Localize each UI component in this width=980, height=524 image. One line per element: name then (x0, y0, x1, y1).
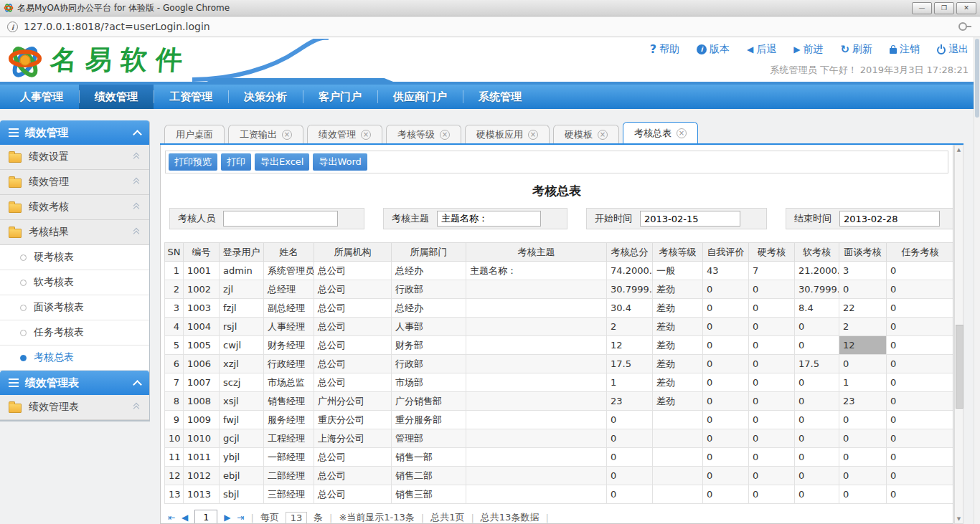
table-cell[interactable] (466, 429, 607, 448)
table-cell[interactable]: 广州分公司 (314, 392, 392, 411)
table-cell[interactable]: 1 (607, 373, 653, 392)
table-cell[interactable]: 9 (165, 411, 184, 429)
table-cell[interactable]: 总公司 (314, 262, 392, 280)
table-cell[interactable]: 1 (165, 262, 184, 280)
table-cell[interactable]: 0 (839, 448, 887, 467)
close-icon[interactable]: × (598, 130, 608, 140)
table-cell[interactable]: fzjl (220, 299, 264, 318)
table-cell[interactable]: 23 (839, 392, 887, 411)
table-cell[interactable]: cwjl (220, 336, 264, 355)
table-row[interactable]: 121012ebjl二部经理总公司销售二部000000 (165, 467, 954, 485)
table-cell[interactable]: 10 (165, 429, 184, 448)
table-cell[interactable]: 7 (749, 262, 795, 280)
selected-cell[interactable]: 12 (839, 336, 887, 355)
table-row[interactable]: 101010gcjl工程经理上海分公司管理部000000 (165, 429, 954, 448)
table-cell[interactable] (466, 467, 607, 485)
table-row[interactable]: 31003fzjl副总经理总公司总经办30.4差劲008.4220 (165, 299, 954, 318)
table-cell[interactable]: 0 (749, 299, 795, 318)
table-cell[interactable]: 差劲 (653, 318, 703, 336)
table-cell[interactable]: 总公司 (314, 336, 392, 355)
table-cell[interactable]: 差劲 (653, 336, 703, 355)
export-word-button[interactable]: 导出Word (313, 153, 367, 171)
table-cell[interactable]: 广分销售部 (392, 392, 466, 411)
sidebar-item-interview-assess-table[interactable]: 面谈考核表 (0, 295, 149, 320)
table-cell[interactable]: 1006 (184, 355, 220, 373)
window-scrollbar-thumb[interactable] (975, 39, 979, 118)
table-cell[interactable]: 2 (165, 280, 184, 299)
table-cell[interactable]: 差劲 (653, 392, 703, 411)
table-cell[interactable]: 人事部 (392, 318, 466, 336)
close-icon[interactable]: × (282, 130, 292, 140)
first-page-icon[interactable]: ⇤ (168, 513, 175, 523)
table-cell[interactable]: 行政经理 (264, 355, 314, 373)
table-cell[interactable]: 总公司 (314, 355, 392, 373)
table-cell[interactable]: ebjl (220, 467, 264, 485)
table-cell[interactable]: sczj (220, 373, 264, 392)
page-number-input[interactable] (194, 510, 217, 524)
table-cell[interactable]: 总公司 (314, 280, 392, 299)
table-cell[interactable]: 7 (165, 373, 184, 392)
table-cell[interactable]: 6 (165, 355, 184, 373)
table-row[interactable]: 131013sbjl三部经理总公司销售三部000000 (165, 485, 954, 504)
table-cell[interactable]: 0 (887, 429, 954, 448)
table-cell[interactable]: 30.7999... (795, 280, 839, 299)
table-cell[interactable]: 30.4 (607, 299, 653, 318)
table-cell[interactable]: 1 (839, 373, 887, 392)
table-cell[interactable]: 0 (887, 336, 954, 355)
sidebar-item-performance-manage[interactable]: 绩效管理 (0, 170, 149, 195)
table-cell[interactable]: 差劲 (653, 373, 703, 392)
table-cell[interactable]: 0 (839, 429, 887, 448)
table-cell[interactable]: 0 (749, 355, 795, 373)
table-cell[interactable] (653, 485, 703, 504)
scrollbar-thumb[interactable] (956, 325, 963, 409)
table-cell[interactable]: 市场部 (392, 373, 466, 392)
table-cell[interactable]: 总公司 (314, 299, 392, 318)
forward-button[interactable]: ▶前进 (793, 42, 823, 56)
tab-hard-template[interactable]: 硬模板× (553, 125, 619, 143)
table-cell[interactable]: 0 (795, 373, 839, 392)
table-cell[interactable]: 销售三部 (392, 485, 466, 504)
table-cell[interactable]: 0 (839, 485, 887, 504)
table-cell[interactable]: 8 (165, 392, 184, 411)
table-cell[interactable]: 0 (795, 485, 839, 504)
sidebar-item-soft-assess-table[interactable]: 软考核表 (0, 270, 149, 295)
table-cell[interactable]: 1002 (184, 280, 220, 299)
export-excel-button[interactable]: 导出Excel (255, 153, 309, 171)
table-cell[interactable]: sbjl (220, 485, 264, 504)
sidebar-item-assess-results[interactable]: 考核结果 (0, 220, 149, 245)
table-cell[interactable]: 0 (887, 355, 954, 373)
scroll-up-icon[interactable]: ▲ (955, 147, 963, 153)
table-cell[interactable]: 17.5 (795, 355, 839, 373)
sidebar-item-hard-assess-table[interactable]: 硬考核表 (0, 245, 149, 270)
table-cell[interactable]: 财务部 (392, 336, 466, 355)
nav-item-hr[interactable]: 人事管理 (4, 85, 79, 109)
table-cell[interactable]: 0 (703, 392, 749, 411)
nav-item-customer-portal[interactable]: 客户门户 (303, 85, 377, 109)
table-cell[interactable]: 43 (703, 262, 749, 280)
table-cell[interactable]: 1004 (184, 318, 220, 336)
table-cell[interactable] (466, 318, 607, 336)
table-cell[interactable]: 0 (795, 467, 839, 485)
table-cell[interactable]: 3 (839, 262, 887, 280)
close-icon[interactable]: ✕ (956, 2, 976, 14)
table-cell[interactable]: 0 (703, 373, 749, 392)
close-icon[interactable]: × (440, 130, 450, 140)
table-row[interactable]: 51005cwjl财务经理总公司财务部12差劲000120 (165, 336, 954, 355)
table-cell[interactable]: 人事经理 (264, 318, 314, 336)
sidebar-section-performance-management[interactable]: 绩效管理 (0, 120, 149, 145)
sidebar-item-performance-settings[interactable]: 绩效设置 (0, 145, 149, 170)
table-cell[interactable]: 1007 (184, 373, 220, 392)
info-icon[interactable]: i (7, 22, 18, 32)
close-icon[interactable]: × (361, 130, 371, 140)
table-cell[interactable]: 0 (749, 485, 795, 504)
back-button[interactable]: ◀后退 (747, 42, 776, 56)
table-cell[interactable]: 0 (749, 411, 795, 429)
table-cell[interactable]: 0 (703, 411, 749, 429)
window-scrollbar[interactable] (974, 37, 980, 524)
table-cell[interactable]: 一部经理 (264, 448, 314, 467)
table-cell[interactable]: 0 (839, 355, 887, 373)
table-cell[interactable]: 总经理 (264, 280, 314, 299)
table-cell[interactable]: 0 (703, 299, 749, 318)
table-cell[interactable]: 0 (795, 429, 839, 448)
table-cell[interactable]: 0 (703, 336, 749, 355)
